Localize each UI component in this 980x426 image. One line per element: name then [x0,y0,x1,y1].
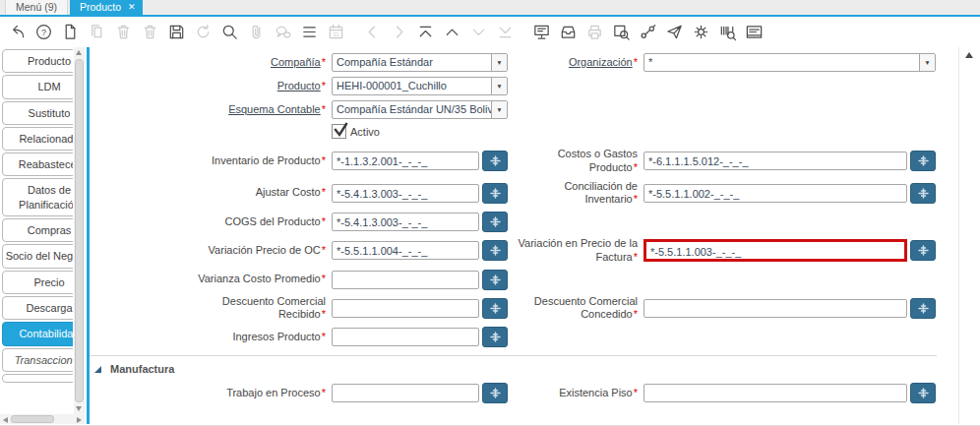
conciliacion-inventario-input[interactable]: *-5.5.1.1.002-_-_-_ [643,184,907,203]
account-combination-button[interactable] [910,183,936,204]
tab-menu[interactable]: Menú (9) [5,0,68,15]
previous-record-icon[interactable] [443,23,461,41]
sidebar-tab-partial[interactable] [2,374,73,383]
producto-select[interactable]: HEHI-000001_Cuchillo▼ [332,77,508,95]
sidebar-horizontal-scrollbar[interactable] [0,414,85,424]
find-icon[interactable] [220,23,239,41]
compania-label[interactable]: Compañía* [90,56,326,70]
sidebar-tab-compras[interactable]: Compras [2,218,73,242]
inventario-producto-input[interactable]: *-1.1.3.2.001-_-_-_ [332,152,479,170]
trabajo-en-proceso-input[interactable] [332,384,479,402]
archive-icon[interactable] [559,23,578,41]
detail-record-icon[interactable] [390,23,408,41]
account-combination-button[interactable] [482,298,508,319]
compania-select[interactable]: Compañía Estándar▼ [332,53,508,72]
ajustar-costo-input[interactable]: *-5.4.1.3.003-_-_-_ [332,184,479,203]
scroll-left-icon[interactable] [3,417,8,423]
sidebar-tab-descarga[interactable]: Descarga [2,296,73,320]
account-combination-button[interactable] [482,240,508,261]
account-combination-button[interactable] [482,183,508,204]
undo-icon[interactable] [8,23,27,41]
varianza-costo-promedio-input[interactable] [332,271,479,289]
variacion-precio-oc-input[interactable]: *-5.5.1.1.004-_-_-_ [332,241,479,260]
account-combination-button[interactable] [482,212,508,232]
report-icon[interactable] [532,23,551,41]
scrollbar-thumb[interactable] [75,59,84,402]
variacion-precio-factura-label: Variación en Precio de la Factura* [514,237,638,265]
producto-label[interactable]: Producto* [90,80,326,93]
account-combination-button[interactable] [910,240,936,261]
sidebar-tab-relacionado[interactable]: Relacionado [2,127,73,151]
ingresos-producto-input[interactable] [332,328,479,346]
account-combination-button[interactable] [482,151,508,171]
close-tab-icon[interactable]: ✕ [128,3,136,12]
account-combination-button[interactable] [910,151,936,171]
sidebar-tab-contabilidad[interactable]: Contabilidad [2,322,73,345]
next-record-icon[interactable] [469,23,488,41]
send-mail-icon[interactable] [665,23,684,41]
existencia-piso-input[interactable] [643,384,907,402]
existencia-piso-field [643,383,936,403]
descuento-comercial-concedido-label: Descuento Comercial Concedido* [514,295,638,323]
chevron-down-icon[interactable]: ▼ [491,101,507,118]
account-combination-button[interactable] [482,270,508,290]
grid-toggle-icon[interactable] [300,23,319,41]
scroll-up-icon[interactable] [76,50,82,55]
parent-record-icon[interactable] [363,23,382,41]
collapse-triangle-icon[interactable] [94,366,101,373]
delete-record-icon[interactable] [114,23,133,41]
calendar-icon[interactable]: 31 [327,23,345,41]
sidebar-tab-socio-negocio[interactable]: Socio del Negocio [2,244,73,268]
cogs-producto-input[interactable]: *-5.4.1.3.003-_-_-_ [332,213,479,231]
scroll-down-icon[interactable] [76,406,82,411]
preferences-icon[interactable] [692,23,710,41]
tab-producto[interactable]: Producto ✕ [70,0,143,15]
print-icon[interactable] [585,23,604,41]
account-combination-button[interactable] [910,383,936,403]
copy-record-icon[interactable] [88,23,106,41]
sidebar-tab-producto[interactable]: Producto [2,49,73,73]
sidebar-vertical-scrollbar[interactable] [74,47,85,414]
organizacion-select[interactable]: *▼ [643,53,936,72]
chevron-down-icon[interactable]: ▼ [491,78,507,94]
chat-icon[interactable] [274,23,292,41]
account-combination-button[interactable] [482,383,508,403]
organizacion-label[interactable]: Organización* [514,56,638,70]
chevron-down-icon[interactable]: ▼ [919,54,935,71]
account-combination-button[interactable] [482,327,508,347]
scroll-right-icon[interactable] [77,417,82,423]
manufactura-group-header[interactable]: Manufactura [90,356,937,383]
scrollbar-thumb[interactable] [11,415,54,423]
form-panel-icon[interactable] [745,23,764,41]
product-info-icon[interactable] [718,23,737,41]
descuento-comercial-concedido-input[interactable] [643,299,907,318]
refresh-icon[interactable] [194,23,213,41]
descuento-comercial-recibido-input[interactable] [332,299,479,318]
chevron-down-icon[interactable]: ▼ [491,54,507,71]
activo-checkbox[interactable] [332,124,346,139]
delete-selection-icon[interactable] [141,23,159,41]
tab-producto-label: Producto [80,1,121,13]
sidebar-tab-ldm[interactable]: LDM [2,75,73,98]
costos-gastos-producto-input[interactable]: *-6.1.1.1.5.012-_-_-_ [643,152,907,170]
zoom-across-icon[interactable] [612,23,631,41]
workflow-icon[interactable] [639,23,657,41]
first-record-icon[interactable] [416,23,435,41]
last-record-icon[interactable] [496,23,515,41]
esquema-contable-select[interactable]: Compañía Estándar UN/35 Bolivar▼ [332,100,508,119]
attachment-icon[interactable] [247,23,266,41]
variacion-precio-factura-input[interactable]: *-5.5.1.1.003-_-_-_ [643,239,907,262]
content-scrollbar[interactable] [958,47,980,424]
sidebar-tab-sustituto[interactable]: Sustituto [2,101,73,125]
sidebar-tab-precio[interactable]: Precio [2,271,73,294]
esquema-contable-label[interactable]: Esquema Contable* [90,103,326,117]
account-combination-button[interactable] [910,298,936,319]
scroll-up-icon[interactable] [965,52,973,58]
sidebar-tab-transacciones[interactable]: Transacciones [2,348,73,372]
new-record-icon[interactable] [61,23,80,41]
ajustar-costo-label: Ajustar Costo* [90,186,326,200]
save-icon[interactable] [167,23,186,41]
sidebar-tab-datos-planificacion[interactable]: Datos de Planificación [2,178,73,216]
help-icon[interactable]: ? [34,23,53,41]
sidebar-tab-reabastecer[interactable]: Reabastecer [2,152,73,176]
